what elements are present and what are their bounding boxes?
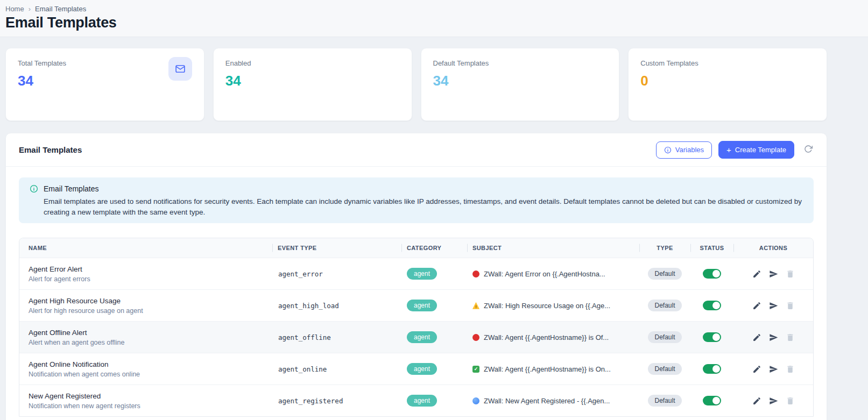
template-description: Alert for agent errors — [29, 275, 272, 283]
column-header-category: CATEGORY — [401, 238, 467, 258]
delete-button[interactable] — [786, 301, 795, 310]
subject-cell: ZWall: New Agent Registered - {{.Agen... — [467, 397, 639, 405]
subject-text: ZWall: Agent Error on {{.AgentHostna... — [484, 270, 605, 278]
delete-button[interactable] — [786, 365, 795, 374]
info-banner-header: Email Templates — [30, 184, 803, 193]
info-banner-description: Email templates are used to send notific… — [44, 196, 803, 217]
breadcrumb-current: Email Templates — [35, 5, 86, 13]
red-circle-icon — [472, 334, 479, 341]
variables-button[interactable]: Variables — [656, 141, 712, 159]
subject-text: ZWall: Agent {{.AgentHostname}} is On... — [484, 365, 611, 373]
template-name: Agent High Resource Usage — [29, 297, 272, 305]
actions-cell — [733, 396, 813, 405]
panel-body: Email Templates Email templates are used… — [6, 167, 827, 420]
status-toggle[interactable] — [703, 269, 721, 279]
status-toggle[interactable] — [703, 364, 721, 374]
status-cell — [690, 332, 733, 342]
category-cell: agent — [401, 331, 467, 343]
column-header-event-type: EVENT TYPE — [272, 238, 401, 258]
send-test-button[interactable] — [769, 333, 778, 342]
status-cell — [690, 364, 733, 374]
event-type: agent_error — [272, 270, 401, 278]
plus-icon: + — [726, 146, 731, 154]
event-type: agent_high_load — [272, 302, 401, 310]
template-name-cell: Agent Online NotificationNotification wh… — [19, 360, 272, 378]
send-test-button[interactable] — [769, 365, 778, 374]
breadcrumb-separator-icon: › — [29, 5, 31, 13]
column-header-type: TYPE — [639, 238, 690, 258]
email-templates-panel: Email Templates Variables + Create Templ… — [5, 133, 827, 420]
create-template-button[interactable]: + Create Template — [718, 141, 794, 159]
delete-button[interactable] — [786, 333, 795, 342]
template-description: Alert when an agent goes offline — [29, 339, 272, 346]
subject-cell: !ZWall: High Resource Usage on {{.Age... — [467, 302, 639, 310]
mail-icon — [168, 57, 192, 81]
status-toggle[interactable] — [703, 396, 721, 405]
breadcrumb-home-link[interactable]: Home — [5, 5, 24, 13]
toggle-knob — [712, 333, 720, 341]
status-cell — [690, 396, 733, 405]
toggle-knob — [712, 397, 720, 404]
category-badge: agent — [407, 300, 437, 311]
stat-label: Enabled — [225, 59, 400, 67]
stat-cards: Total Templates 34 Enabled 34 Default Te… — [5, 48, 827, 121]
delete-button[interactable] — [786, 269, 795, 279]
actions-cell — [733, 333, 813, 342]
stat-value: 34 — [18, 73, 192, 89]
table-row: Agent Online NotificationNotification wh… — [19, 353, 813, 385]
edit-button[interactable] — [752, 333, 761, 342]
stat-label: Total Templates — [18, 59, 192, 67]
refresh-button[interactable] — [803, 145, 814, 155]
template-name-cell: Agent Error AlertAlert for agent errors — [19, 265, 272, 283]
new-agent-icon — [472, 397, 479, 404]
send-test-button[interactable] — [769, 396, 778, 405]
stat-card-enabled: Enabled 34 — [213, 48, 412, 121]
event-type: agent_online — [272, 365, 401, 373]
column-header-name: NAME — [19, 238, 272, 258]
variables-button-label: Variables — [675, 146, 704, 153]
send-test-button[interactable] — [769, 269, 778, 279]
subject-text: ZWall: Agent {{.AgentHostname}} is Of... — [484, 333, 609, 341]
panel-header-actions: Variables + Create Template — [656, 141, 814, 159]
toggle-knob — [712, 302, 720, 309]
edit-button[interactable] — [752, 269, 761, 279]
template-name: New Agent Registered — [29, 392, 272, 400]
stat-card-custom-templates: Custom Templates 0 — [628, 48, 827, 121]
templates-table: NAME EVENT TYPE CATEGORY SUBJECT TYPE ST… — [19, 238, 814, 417]
actions-cell — [733, 301, 813, 310]
category-badge: agent — [407, 363, 437, 375]
table-row: Agent Error AlertAlert for agent errorsa… — [19, 258, 813, 289]
panel-title: Email Templates — [19, 145, 82, 154]
edit-button[interactable] — [752, 365, 761, 374]
create-template-button-label: Create Template — [735, 146, 786, 153]
status-toggle[interactable] — [703, 301, 721, 310]
column-header-status: STATUS — [690, 238, 733, 258]
type-cell: Default — [639, 300, 690, 311]
table-row: Agent Offline AlertAlert when an agent g… — [19, 321, 813, 353]
template-name-cell: Agent Offline AlertAlert when an agent g… — [19, 329, 272, 346]
send-test-button[interactable] — [769, 301, 778, 310]
template-name-cell: Agent High Resource UsageAlert for high … — [19, 297, 272, 315]
type-badge: Default — [648, 331, 681, 343]
edit-button[interactable] — [752, 301, 761, 310]
info-banner-title: Email Templates — [44, 184, 98, 193]
type-badge: Default — [648, 395, 681, 407]
category-badge: agent — [407, 395, 437, 407]
template-name-cell: New Agent RegisteredNotification when ne… — [19, 392, 272, 410]
table-header: NAME EVENT TYPE CATEGORY SUBJECT TYPE ST… — [19, 238, 813, 258]
toggle-knob — [712, 270, 720, 277]
status-toggle[interactable] — [703, 332, 721, 342]
subject-cell: ZWall: Agent {{.AgentHostname}} is Of... — [467, 333, 639, 341]
type-cell: Default — [639, 363, 690, 375]
template-description: Alert for high resource usage on agent — [29, 307, 272, 315]
stat-value: 34 — [225, 73, 400, 89]
panel-header: Email Templates Variables + Create Templ… — [6, 133, 827, 167]
info-banner: Email Templates Email templates are used… — [19, 177, 814, 223]
column-header-subject: SUBJECT — [467, 238, 639, 258]
status-cell — [690, 269, 733, 279]
category-badge: agent — [407, 268, 437, 280]
edit-button[interactable] — [752, 396, 761, 405]
delete-button[interactable] — [786, 396, 795, 405]
category-cell: agent — [401, 363, 467, 375]
stat-value: 0 — [640, 73, 815, 89]
